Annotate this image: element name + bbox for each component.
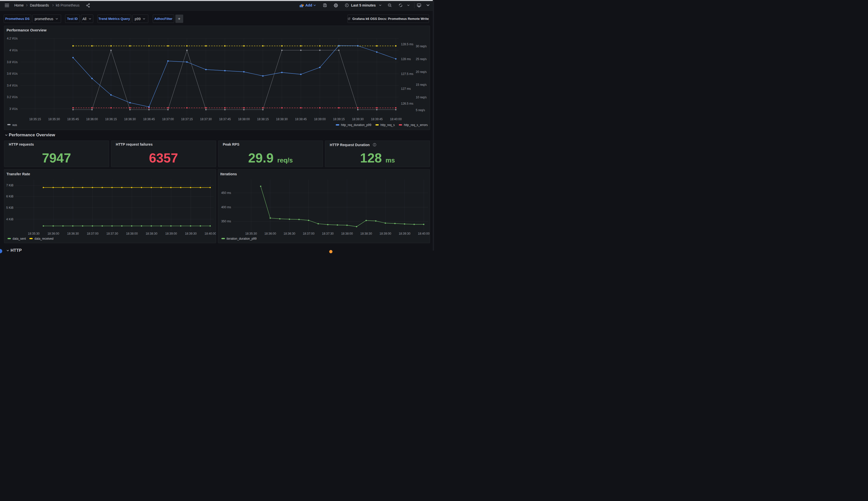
svg-text:18:39:15: 18:39:15	[333, 117, 345, 121]
svg-text:20 req/s: 20 req/s	[416, 70, 427, 73]
svg-text:18:39:30: 18:39:30	[352, 117, 364, 121]
svg-text:128 ms: 128 ms	[401, 57, 411, 61]
svg-text:5 KiB: 5 KiB	[6, 206, 13, 210]
svg-text:18:38:15: 18:38:15	[257, 117, 269, 121]
svg-text:350 ms: 350 ms	[221, 220, 231, 223]
svg-text:18:40:00: 18:40:00	[205, 232, 216, 235]
svg-text:18:36:15: 18:36:15	[105, 117, 117, 121]
svg-text:18:38:30: 18:38:30	[145, 232, 157, 235]
svg-text:18:37:00: 18:37:00	[162, 117, 174, 121]
svg-text:18:37:30: 18:37:30	[322, 232, 334, 235]
svg-text:18:37:45: 18:37:45	[219, 117, 231, 121]
svg-text:30 req/s: 30 req/s	[416, 44, 427, 48]
svg-text:3.6 VUs: 3.6 VUs	[7, 72, 18, 75]
svg-text:400 ms: 400 ms	[221, 205, 231, 209]
svg-text:128.5 ms: 128.5 ms	[401, 42, 414, 46]
svg-text:4 KiB: 4 KiB	[6, 217, 13, 221]
svg-text:18:36:30: 18:36:30	[124, 117, 136, 121]
svg-text:450 ms: 450 ms	[221, 191, 231, 195]
svg-text:5 req/s: 5 req/s	[416, 108, 425, 112]
svg-text:18:39:30: 18:39:30	[185, 232, 197, 235]
svg-text:18:36:45: 18:36:45	[143, 117, 155, 121]
svg-text:127 ms: 127 ms	[401, 87, 411, 90]
svg-text:6 KiB: 6 KiB	[6, 195, 13, 198]
svg-text:18:35:15: 18:35:15	[29, 117, 41, 121]
svg-text:18:36:00: 18:36:00	[47, 232, 59, 235]
svg-text:18:37:30: 18:37:30	[106, 232, 118, 235]
svg-text:18:40:00: 18:40:00	[390, 117, 402, 121]
svg-text:18:38:00: 18:38:00	[126, 232, 138, 235]
svg-text:18:38:45: 18:38:45	[295, 117, 307, 121]
svg-text:18:38:30: 18:38:30	[276, 117, 288, 121]
svg-text:18:37:30: 18:37:30	[200, 117, 212, 121]
svg-text:7 KiB: 7 KiB	[6, 184, 13, 187]
svg-text:3.2 VUs: 3.2 VUs	[7, 95, 18, 99]
svg-text:18:38:00: 18:38:00	[238, 117, 250, 121]
svg-text:18:36:30: 18:36:30	[67, 232, 79, 235]
svg-text:25 req/s: 25 req/s	[416, 57, 427, 61]
svg-text:18:37:15: 18:37:15	[181, 117, 193, 121]
svg-text:18:39:45: 18:39:45	[371, 117, 383, 121]
svg-text:18:36:30: 18:36:30	[284, 232, 295, 235]
svg-text:18:35:30: 18:35:30	[28, 232, 40, 235]
svg-text:4 VUs: 4 VUs	[9, 49, 18, 52]
svg-text:4.2 VUs: 4.2 VUs	[7, 37, 18, 40]
svg-text:18:38:00: 18:38:00	[341, 232, 353, 235]
svg-text:18:35:45: 18:35:45	[67, 117, 79, 121]
svg-text:18:39:00: 18:39:00	[380, 232, 391, 235]
svg-text:18:39:00: 18:39:00	[314, 117, 326, 121]
svg-text:18:36:00: 18:36:00	[86, 117, 98, 121]
svg-text:10 req/s: 10 req/s	[416, 96, 427, 99]
svg-text:18:37:00: 18:37:00	[87, 232, 99, 235]
svg-text:3.8 VUs: 3.8 VUs	[7, 60, 18, 64]
svg-text:18:36:00: 18:36:00	[264, 232, 276, 235]
svg-text:18:39:00: 18:39:00	[165, 232, 177, 235]
svg-text:3 VUs: 3 VUs	[9, 107, 18, 110]
svg-text:127.5 ms: 127.5 ms	[401, 72, 414, 75]
svg-text:18:39:30: 18:39:30	[398, 232, 410, 235]
svg-text:18:40:00: 18:40:00	[418, 232, 429, 235]
svg-text:15 req/s: 15 req/s	[416, 83, 427, 86]
svg-text:126.5 ms: 126.5 ms	[401, 102, 414, 105]
svg-text:18:37:00: 18:37:00	[303, 232, 315, 235]
svg-text:18:35:30: 18:35:30	[245, 232, 257, 235]
svg-text:18:35:30: 18:35:30	[48, 117, 60, 121]
svg-text:18:38:30: 18:38:30	[360, 232, 372, 235]
svg-text:3.4 VUs: 3.4 VUs	[7, 84, 18, 87]
